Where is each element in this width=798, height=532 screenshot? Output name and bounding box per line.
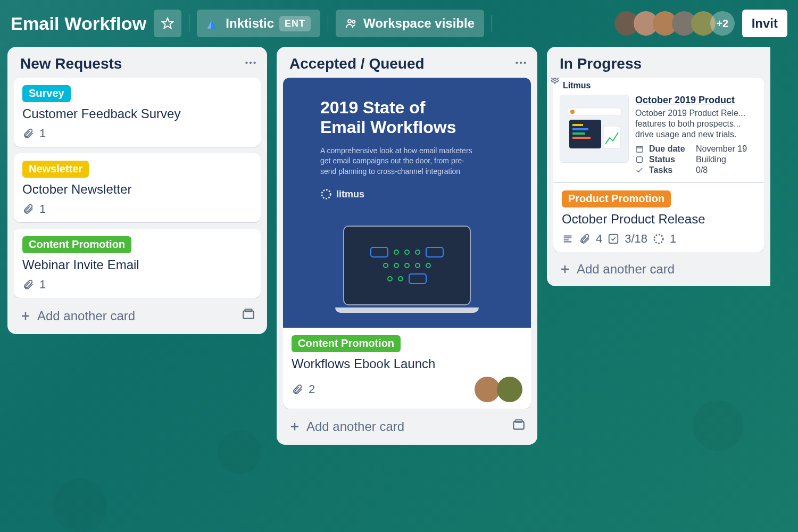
avatar[interactable]: [497, 377, 522, 402]
workspace-name: Inktistic: [226, 16, 274, 31]
calendar-icon: [635, 145, 644, 153]
meta-val: November 19: [696, 144, 747, 154]
card-members[interactable]: [478, 377, 522, 402]
card-label[interactable]: Survey: [22, 85, 71, 102]
avatar[interactable]: [475, 377, 500, 402]
card-label[interactable]: Content Promotion: [292, 335, 401, 352]
card-title: Workflows Ebook Launch: [292, 356, 522, 371]
svg-rect-23: [636, 146, 643, 152]
card-back-preview[interactable]: Litmus October 2019 Product: [553, 78, 764, 182]
card-title: October Product Release: [562, 212, 755, 227]
attachment-count: 1: [39, 127, 46, 140]
svg-point-11: [322, 190, 331, 199]
gear-icon: [550, 78, 560, 84]
attachment-icon: [579, 233, 591, 245]
list-menu-button[interactable]: [514, 56, 528, 72]
svg-point-26: [654, 235, 663, 244]
divider: [189, 15, 189, 32]
svg-point-4: [250, 62, 252, 64]
checklist-count: 3/18: [625, 232, 647, 246]
card-cover: 2019 State of Email Workflows A comprehe…: [283, 78, 531, 328]
meta-val: 0/8: [696, 165, 708, 175]
star-button[interactable]: [154, 10, 181, 37]
avatar-overflow[interactable]: +2: [710, 11, 735, 36]
list-new-requests: New Requests Survey Customer Feedback Su…: [7, 47, 267, 334]
cover-illustration: [335, 226, 479, 316]
svg-point-8: [516, 62, 518, 64]
cover-sub: A comprehensive look at how email market…: [320, 146, 480, 177]
workspace-tier-badge: ENT: [279, 16, 311, 31]
invite-label: Invit: [752, 16, 778, 31]
attachment-icon: [22, 203, 34, 215]
list-accepted-queued: Accepted / Queued 2019 State of Email Wo…: [277, 47, 537, 445]
attachment-icon: [22, 279, 34, 290]
svg-rect-25: [609, 235, 618, 244]
svg-point-3: [245, 62, 247, 64]
meta-val: Building: [696, 155, 726, 164]
checklist-icon: [608, 233, 619, 245]
svg-rect-24: [637, 157, 643, 163]
svg-rect-7: [245, 309, 252, 311]
add-card-button[interactable]: Add another card: [306, 419, 404, 434]
plus-icon: [288, 420, 301, 433]
svg-point-10: [523, 62, 526, 64]
card-title: Webinar Invite Email: [22, 257, 252, 272]
card[interactable]: Product Promotion October Product Releas…: [553, 182, 764, 252]
card-label[interactable]: Content Promotion: [22, 236, 131, 253]
visibility-label: Workspace visible: [363, 16, 475, 31]
list-title[interactable]: In Progress: [560, 55, 642, 72]
board-canvas[interactable]: New Requests Survey Customer Feedback Su…: [0, 45, 798, 530]
meta-key: Due date: [649, 144, 691, 154]
add-card-button[interactable]: Add another card: [37, 309, 135, 323]
card-template-button[interactable]: [512, 418, 526, 435]
attachment-count: 2: [309, 383, 315, 396]
svg-point-5: [253, 62, 255, 64]
card-title: Customer Feedback Survey: [22, 106, 252, 121]
card[interactable]: Survey Customer Feedback Survey 1: [14, 78, 261, 147]
card[interactable]: 2019 State of Email Workflows A comprehe…: [283, 78, 531, 409]
card[interactable]: Content Promotion Webinar Invite Email 1: [14, 229, 261, 298]
svg-rect-22: [603, 126, 620, 148]
card-label[interactable]: Newsletter: [22, 161, 89, 178]
star-icon: [161, 17, 174, 30]
attachment-count: 1: [39, 202, 46, 216]
card-title: October Newsletter: [22, 182, 252, 197]
litmus-icon: [320, 188, 332, 200]
divider: [492, 15, 492, 32]
svg-point-2: [353, 21, 355, 23]
list-title[interactable]: Accepted / Queued: [289, 55, 425, 72]
workspace-chip[interactable]: Inktistic ENT: [197, 10, 320, 37]
cover-headline: 2019 State of: [320, 98, 425, 117]
attachment-icon: [292, 384, 303, 395]
list-menu-button[interactable]: [244, 56, 257, 72]
attachment-icon: [22, 128, 34, 139]
svg-rect-18: [572, 124, 583, 126]
preview-desc: October 2019 Product Rele... features to…: [635, 108, 758, 140]
divider: [328, 15, 328, 32]
invite-button[interactable]: Invit: [742, 10, 787, 37]
svg-rect-19: [572, 128, 588, 130]
more-icon: [514, 56, 528, 70]
svg-rect-13: [516, 420, 522, 422]
board-title[interactable]: Email Workflow: [11, 13, 146, 34]
preview-brand: Litmus: [563, 81, 591, 90]
list-title[interactable]: New Requests: [20, 55, 122, 72]
attachment-count: 1: [39, 278, 46, 292]
add-card-button[interactable]: Add another card: [577, 262, 675, 277]
visibility-chip[interactable]: Workspace visible: [336, 10, 484, 37]
description-icon: [562, 233, 573, 245]
svg-point-1: [348, 20, 351, 23]
cover-brand: litmus: [336, 189, 364, 200]
card-label[interactable]: Product Promotion: [562, 190, 671, 207]
svg-rect-15: [567, 108, 621, 115]
cover-headline: Email Workflows: [320, 118, 456, 137]
card[interactable]: Newsletter October Newsletter 1: [14, 153, 261, 222]
sticker-count: 1: [670, 232, 676, 246]
board-members[interactable]: +2: [614, 11, 735, 36]
svg-point-9: [520, 62, 522, 64]
svg-rect-20: [572, 132, 585, 135]
svg-point-14: [554, 78, 556, 81]
more-icon: [244, 56, 257, 70]
svg-point-16: [570, 110, 575, 114]
card-template-button[interactable]: [242, 307, 255, 325]
